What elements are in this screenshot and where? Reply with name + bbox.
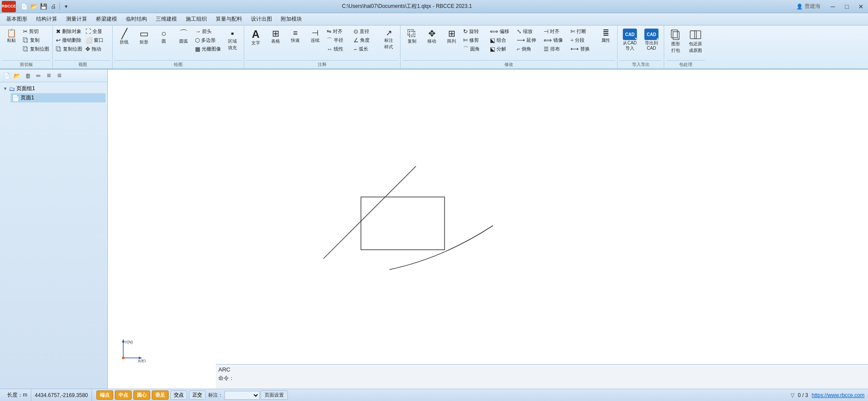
lp-new-btn[interactable]: 📄	[2, 71, 11, 80]
coord-axis-svg: Y(N) X(E)	[117, 338, 147, 362]
copy-pos-btn[interactable]: ⿻ 复制位图	[55, 45, 84, 53]
arrange-btn[interactable]: ☰ 排布	[542, 45, 569, 53]
cad-export-btn[interactable]: CAD 导出到CAD	[641, 27, 662, 52]
menu-3d-model[interactable]: 三维建模	[151, 14, 181, 24]
extend-btn[interactable]: ⟶ 延伸	[515, 36, 542, 44]
minimize-btn[interactable]: ─	[826, 1, 840, 12]
menu-basic-shapes[interactable]: 基本图形	[2, 14, 32, 24]
lp-edit-btn[interactable]: ✏	[33, 71, 43, 80]
group-btn[interactable]: ⬕ 组合	[489, 36, 515, 44]
text-btn[interactable]: A 文字	[246, 27, 265, 48]
circle-btn[interactable]: ○ 圆	[154, 27, 173, 46]
offset-btn[interactable]: ⟺ 偏移	[489, 27, 515, 36]
snap-perpendicular-btn[interactable]: 垂足	[152, 390, 169, 400]
cad-import-btn[interactable]: CAD 从CAD导入	[619, 27, 640, 52]
menu-construction[interactable]: 施工组织	[181, 14, 211, 24]
table-btn[interactable]: ⊞ 表格	[266, 27, 285, 46]
copy-pos-icon: ⿻	[56, 46, 62, 52]
delete-obj-btn[interactable]: ✖ 删除对象	[55, 27, 84, 36]
arrow-btn[interactable]: → 箭头	[194, 27, 222, 36]
quickbar-dropdown-btn[interactable]: ▾	[62, 2, 70, 11]
lp-moveup-btn[interactable]: ≡	[44, 71, 54, 80]
props-btn[interactable]: ≣ 属性	[596, 27, 615, 45]
move-btn[interactable]: ✥ 移动	[422, 27, 441, 46]
chamfer-btn[interactable]: ⌐ 倒角	[515, 45, 542, 53]
tree-group-item[interactable]: ▼ 🗂 页面组1	[2, 84, 106, 93]
rect-btn[interactable]: ▭ 矩形	[134, 27, 154, 47]
arc-len-btn[interactable]: ⌢ 弧长	[352, 45, 379, 53]
connect-dim-btn[interactable]: ⊣ 连续	[305, 27, 325, 45]
snap-center-btn[interactable]: 圆心	[133, 390, 150, 400]
chamfer-label: 倒角	[522, 46, 531, 52]
maximize-btn[interactable]: □	[840, 1, 854, 12]
trim-btn[interactable]: ✄ 修剪	[462, 36, 488, 44]
raster-btn[interactable]: ▦ 光栅图像	[194, 45, 222, 53]
align-dim-btn[interactable]: ⇋ 对齐	[325, 27, 352, 36]
annotation-content: A 文字 ⊞ 表格 ≡ 快速 ⊣ 连续 ⇋ 对齐 ⌒	[246, 27, 398, 59]
align-modify-btn[interactable]: ⊣ 对齐	[542, 27, 569, 36]
mirror-btn[interactable]: ⟺ 镜像	[542, 36, 569, 44]
menu-bridge-model[interactable]: 桥梁建模	[92, 14, 121, 24]
cut-btn[interactable]: ✂ 剪切	[22, 27, 51, 36]
undo-delete-btn[interactable]: ↩ 撤销删除	[55, 36, 84, 44]
polygon-btn[interactable]: ⬡ 多边形	[194, 36, 222, 44]
menu-measure-calc[interactable]: 测量计算	[62, 14, 92, 24]
restore-btn[interactable]: 包还原 成原图	[686, 27, 705, 55]
annotation-select[interactable]	[224, 391, 260, 400]
canvas-area[interactable]: Y(N) X(E) ARC 命令：	[108, 69, 868, 389]
open-file-btn[interactable]: 📂	[29, 2, 38, 11]
mark-btn[interactable]: ↗ 标注 样式	[379, 27, 398, 52]
drag-btn[interactable]: ✥ 拖动	[84, 45, 110, 53]
user-icon: 👤	[796, 4, 803, 10]
linear-dim-btn[interactable]: ↔ 线性	[325, 45, 352, 53]
copy-btn[interactable]: ⿻ 复制	[22, 36, 51, 44]
angle-btn[interactable]: ∠ 角度	[352, 36, 379, 44]
lp-open-btn[interactable]: 📂	[12, 71, 22, 80]
copy-bitmap-btn[interactable]: ⿻ 复制位图	[22, 45, 51, 53]
rotate-btn[interactable]: ↻ 旋转	[462, 27, 488, 36]
lp-delete-btn[interactable]: 🗑	[23, 71, 33, 80]
arc-btn[interactable]: ⌒ 圆弧	[174, 27, 193, 46]
menu-design-draw[interactable]: 设计出图	[246, 14, 276, 24]
menu-struct-calc[interactable]: 结构计算	[32, 14, 62, 24]
tree-page-item[interactable]: 📄 页面1	[11, 93, 106, 102]
snap-midpoint-btn[interactable]: 中点	[115, 390, 132, 400]
fillet-btn[interactable]: ⌒ 圆角	[462, 45, 488, 53]
menu-temp-struct[interactable]: 临时结构	[121, 14, 151, 24]
menu-addon[interactable]: 附加模块	[276, 14, 306, 24]
snap-endpoint-btn[interactable]: 端点	[96, 390, 113, 400]
close-btn[interactable]: ✕	[854, 1, 868, 12]
pack-btn[interactable]: 图形 打包	[666, 27, 685, 55]
new-file-btn[interactable]: 📄	[20, 2, 29, 11]
divide-btn[interactable]: ÷ 分段	[569, 36, 596, 44]
undo-label: 撤销删除	[62, 37, 81, 44]
polyline-btn[interactable]: ╱ 折线	[114, 27, 134, 47]
print-btn[interactable]: 🖨	[49, 2, 58, 11]
array-btn[interactable]: ⊞ 阵列	[442, 27, 461, 46]
website-link[interactable]: https://www.rbcce.com	[812, 392, 864, 398]
fullscreen-btn[interactable]: ⛶ 全显	[84, 27, 110, 36]
break-btn[interactable]: ✄ 打断	[569, 27, 596, 36]
window-btn[interactable]: ⬜ 窗口	[84, 36, 110, 44]
window-icon: ⬜	[85, 37, 92, 43]
circle-label: 圆	[162, 38, 166, 44]
menu-calc-material[interactable]: 算量与配料	[211, 14, 246, 24]
save-file-btn[interactable]: 💾	[39, 2, 48, 11]
statusbar: 长度：m 4434.6757,-2169.3580 端点 中点 圆心 垂足 交点…	[0, 389, 868, 401]
ungroup-btn[interactable]: ⬕ 分解	[489, 45, 515, 53]
areafill-btn[interactable]: ▪ 区域 填充	[223, 27, 242, 53]
copy-modify-btn[interactable]: ⿻ 复制	[402, 27, 422, 46]
scale-btn[interactable]: ⤡ 缩放	[515, 27, 542, 36]
diameter-btn[interactable]: ⊙ 直径	[352, 27, 379, 36]
copy-modify-icon: ⿻	[408, 29, 416, 38]
snap-ortho-btn[interactable]: 正交	[189, 390, 206, 400]
snap-intersection-btn[interactable]: 交点	[170, 390, 187, 400]
replace-btn[interactable]: ⟷ 替换	[569, 45, 596, 53]
page-setting-btn[interactable]: 页面设置	[261, 390, 288, 400]
rect-icon: ▭	[140, 29, 149, 39]
diameter-icon: ⊙	[353, 29, 358, 34]
lp-movedown-btn[interactable]: ≡	[55, 71, 64, 80]
radius-btn[interactable]: ⌒ 半径	[325, 36, 352, 44]
paste-btn[interactable]: 📋 粘贴	[2, 27, 21, 45]
fast-dim-btn[interactable]: ≡ 快速	[286, 27, 305, 45]
